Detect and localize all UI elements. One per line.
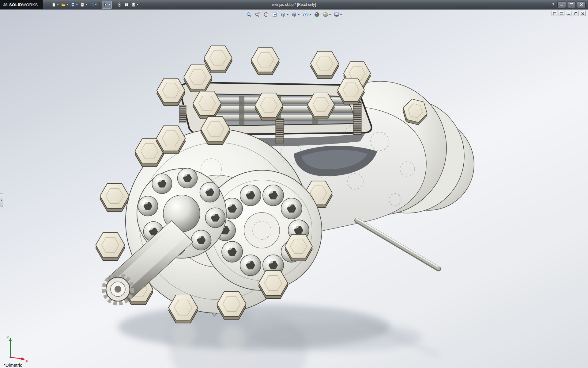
doc-restore-button[interactable] (573, 11, 579, 16)
help-button[interactable]: ? (550, 2, 556, 7)
scene-ball-icon (323, 12, 329, 17)
minimize-button[interactable] (557, 2, 566, 8)
file-properties-button[interactable] (123, 1, 130, 8)
reference-triad: Y X (2, 334, 30, 362)
chevron-down-icon[interactable] (76, 4, 78, 5)
open-button[interactable] (60, 1, 69, 8)
previous-view-icon (272, 12, 278, 17)
maximize-icon (570, 3, 573, 6)
window-title: menjac sklop * [Read-only] (272, 0, 316, 9)
graphics-viewport[interactable]: Y X *Dimetric (0, 10, 588, 368)
standard-toolbar (51, 1, 139, 9)
new-document-icon (51, 2, 56, 7)
close-button[interactable] (577, 2, 586, 8)
app-logo: 3S SOLIDWORKS (0, 0, 43, 9)
titlebar-right-controls: ? (550, 2, 588, 8)
zoom-to-area-icon (255, 12, 261, 17)
save-floppy-icon (70, 2, 75, 7)
open-folder-icon (61, 2, 66, 7)
document-window-controls (552, 11, 586, 16)
output-rod (357, 219, 439, 269)
undo-arrow-icon (89, 2, 94, 7)
undo-button[interactable] (89, 1, 98, 8)
heads-up-view-toolbar (246, 11, 342, 18)
options-button[interactable] (130, 1, 139, 8)
edit-appearance-button[interactable] (314, 11, 320, 18)
chevron-down-icon[interactable] (310, 14, 311, 15)
gearbox-3d-model[interactable] (0, 10, 588, 368)
chevron-down-icon[interactable] (57, 4, 59, 5)
section-view-icon (263, 12, 269, 17)
options-document-icon (131, 2, 136, 7)
glasses-icon (303, 12, 309, 17)
toolbar-separator (114, 2, 114, 7)
minimize-icon (560, 6, 563, 6)
close-icon (581, 12, 584, 15)
print-button[interactable] (79, 1, 88, 8)
view-settings-button[interactable] (334, 11, 342, 18)
view-orientation-label: *Dimetric (4, 362, 22, 368)
minimize-icon (567, 14, 570, 15)
chevron-down-icon[interactable] (329, 14, 331, 15)
section-view-button[interactable] (263, 11, 270, 18)
view-settings-monitor-icon (334, 12, 340, 17)
dassault-logo-icon: 3S (3, 2, 7, 7)
display-style-cube-icon (292, 12, 297, 17)
select-cursor-icon (103, 2, 108, 7)
feature-panel-flyout-tab[interactable] (0, 194, 3, 207)
chevron-down-icon[interactable] (137, 4, 138, 5)
new-document-button[interactable] (51, 1, 60, 8)
chevron-down-icon[interactable] (66, 4, 68, 5)
split-pane-bottom-icon (560, 12, 563, 15)
select-button[interactable] (102, 1, 112, 9)
zoom-to-fit-button[interactable] (246, 11, 252, 18)
chevron-down-icon[interactable] (85, 4, 87, 5)
maximize-button[interactable] (567, 2, 576, 8)
previous-view-button[interactable] (272, 11, 278, 18)
appearance-ball-icon (314, 12, 320, 17)
close-icon (580, 3, 583, 6)
split-pane-bottom-button[interactable] (559, 11, 564, 16)
split-pane-left-button[interactable] (552, 11, 557, 16)
triad-x-label: X (26, 359, 28, 362)
rebuild-traffic-light-icon (117, 2, 122, 7)
display-style-button[interactable] (291, 11, 300, 18)
doc-minimize-button[interactable] (566, 11, 571, 16)
split-pane-left-icon (553, 12, 556, 15)
rebuild-button[interactable] (116, 1, 123, 8)
chevron-down-icon[interactable] (109, 4, 111, 5)
restore-icon (574, 13, 577, 15)
toolbar-separator (100, 2, 100, 7)
top-cover-assembly (157, 46, 371, 146)
doc-close-button[interactable] (580, 11, 586, 16)
chevron-down-icon[interactable] (287, 14, 289, 15)
title-bar: 3S SOLIDWORKS (0, 0, 588, 10)
hide-show-items-button[interactable] (302, 11, 312, 18)
view-orientation-button[interactable] (280, 11, 289, 18)
triad-y-label: Y (7, 336, 9, 339)
zoom-to-fit-icon (246, 12, 252, 17)
chevron-down-icon[interactable] (95, 4, 97, 5)
properties-table-icon (124, 2, 129, 7)
view-orientation-cube-icon (281, 12, 286, 17)
printer-icon (80, 2, 85, 7)
apply-scene-button[interactable] (322, 11, 331, 18)
zoom-to-area-button[interactable] (254, 11, 261, 18)
chevron-left-icon (1, 199, 2, 201)
chevron-down-icon[interactable] (340, 14, 342, 15)
brand-text: SOLIDWORKS (9, 2, 38, 7)
chevron-down-icon[interactable] (298, 14, 300, 15)
save-button[interactable] (70, 1, 79, 8)
